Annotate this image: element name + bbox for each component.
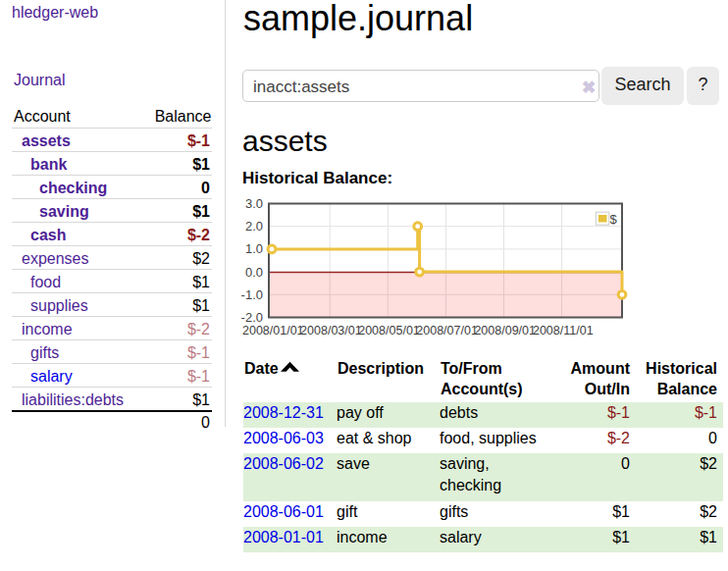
svg-text:2.0: 2.0 [245, 219, 263, 234]
svg-text:2008/01/01: 2008/01/01 [242, 324, 304, 337]
svg-text:2008/11/01: 2008/11/01 [533, 324, 594, 337]
svg-text:-1.0: -1.0 [241, 287, 263, 302]
svg-text:0.0: 0.0 [245, 265, 263, 280]
svg-text:$: $ [610, 212, 618, 227]
svg-text:2008/09/01: 2008/09/01 [474, 324, 536, 337]
svg-text:2008/03/01: 2008/03/01 [300, 324, 362, 337]
svg-text:3.0: 3.0 [245, 196, 263, 211]
svg-text:2008/07/01: 2008/07/01 [416, 324, 478, 337]
svg-text:2008/05/01: 2008/05/01 [358, 324, 420, 337]
svg-text:1.0: 1.0 [245, 241, 263, 256]
